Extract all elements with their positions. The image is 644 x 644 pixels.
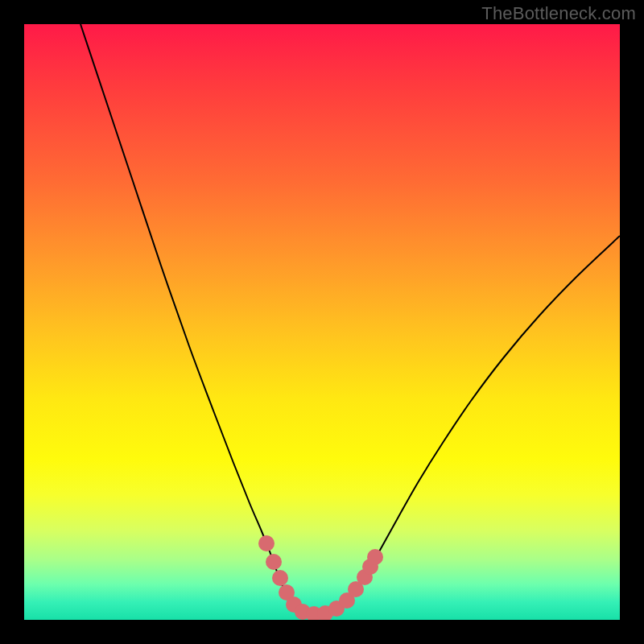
chart-svg (24, 24, 620, 620)
chart-frame (24, 24, 620, 620)
highlight-dots-group (258, 535, 383, 620)
main-curve-path (80, 24, 620, 614)
highlight-dot (266, 554, 282, 570)
highlight-dot (367, 549, 383, 565)
watermark-text: TheBottleneck.com (481, 3, 636, 24)
highlight-dot (258, 535, 275, 551)
highlight-dot (272, 570, 288, 586)
